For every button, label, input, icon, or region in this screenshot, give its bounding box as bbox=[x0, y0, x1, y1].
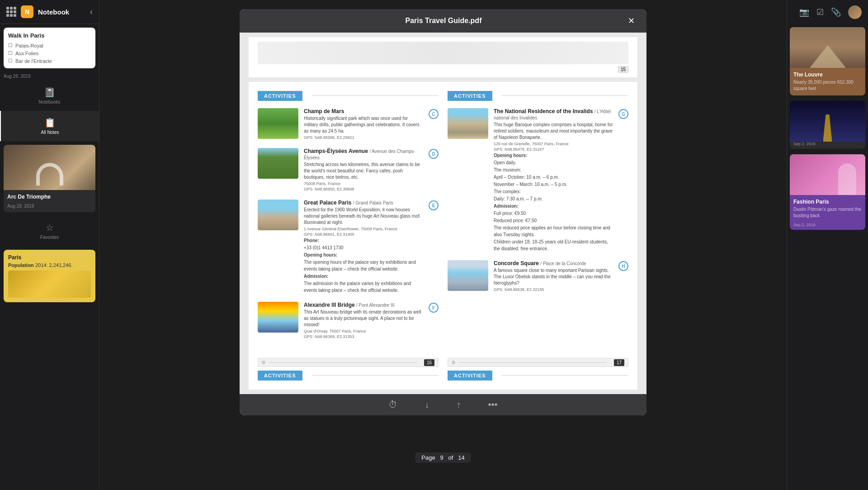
download-button[interactable]: ↓ bbox=[425, 400, 429, 410]
population-num: 2,241,246. bbox=[49, 262, 72, 268]
louvre-card-body: The Louvre Nearly 35,000 pieces 652,300 … bbox=[790, 68, 865, 95]
louvre-image bbox=[790, 27, 865, 68]
grand-palais-marker: E bbox=[429, 200, 439, 210]
champs-elysees-name: Champs-Élysées Avenue / Avenue des Champ… bbox=[304, 148, 423, 161]
grand-palais-opening-label: Opening hours: bbox=[304, 252, 423, 258]
page-footer-bar-right: 17 bbox=[448, 358, 628, 367]
invalides-museum-hours1: April – October: 10 a.m. – 6 p.m. bbox=[494, 174, 613, 181]
grand-palais-img-placeholder bbox=[258, 200, 298, 230]
activity-invalides: The National Residence of the Invalids /… bbox=[448, 108, 628, 252]
invalides-address: 129 rue de Grenelle, 75007 Paris, France bbox=[494, 142, 613, 146]
fashion-paris-title: Fashion Paris bbox=[793, 199, 862, 205]
share-button[interactable]: ↑ bbox=[456, 400, 461, 410]
sidebar-nav-favorites[interactable]: ☆ Favorites bbox=[0, 216, 99, 246]
walk-paris-checklist: Palais-Royal Aux Folies Bar de l'Entract… bbox=[8, 43, 91, 64]
clock-button[interactable]: ⏱ bbox=[388, 400, 397, 410]
louvre-card[interactable]: The Louvre Nearly 35,000 pieces 652,300 … bbox=[790, 27, 865, 95]
pdf-close-button[interactable]: ✕ bbox=[625, 14, 637, 27]
sidebar-nav-notebooks[interactable]: 📓 Notebooks bbox=[0, 81, 99, 111]
activity-champ-de-mars: Champ de Mars Historically significant p… bbox=[258, 108, 439, 140]
activities-divider-left bbox=[311, 95, 439, 96]
fashion-paris-card-body: Fashion Paris Dustin Pittman's gaze roam… bbox=[790, 195, 865, 223]
alexandre-bridge-details: Alexandre III Bridge / Pont Alexandre II… bbox=[304, 302, 423, 339]
activity-concorde: Concorde Square / Place de la Concorde A… bbox=[448, 260, 628, 292]
sidebar-nav-all-notes[interactable]: 📋 All Notes bbox=[0, 111, 99, 141]
pdf-modal-overlay: Paris Travel Guide.pdf ✕ 15 ACTIVITIES bbox=[99, 0, 787, 490]
pdf-page-footers: 16 17 bbox=[258, 354, 628, 367]
paris-card-title: Paris bbox=[8, 254, 91, 261]
activities-badge-right: ACTIVITIES bbox=[448, 91, 492, 101]
arc-triomphe-date: Aug 28, 2019 bbox=[4, 204, 95, 212]
activity-grand-palais: Great Palace Paris / Grand Palais Paris … bbox=[258, 200, 439, 294]
activities-badge-left: ACTIVITIES bbox=[258, 91, 302, 101]
user-avatar[interactable] bbox=[848, 5, 862, 19]
sidebar-header: N Notebook ‹ bbox=[0, 0, 99, 24]
champs-elysees-gps: GPS: N48.86950, E2.30848 bbox=[304, 187, 423, 191]
paperclip-icon[interactable]: 📎 bbox=[831, 7, 841, 17]
population-year: 2014: bbox=[35, 262, 48, 268]
notebooks-label: Notebooks bbox=[39, 100, 61, 105]
sidebar-nav-favorites-container: ☆ Favorites bbox=[0, 216, 99, 246]
champs-elysees-desc: Stretching across two kilometres, this a… bbox=[304, 162, 423, 181]
walk-paris-card[interactable]: Walk In Paris Palais-Royal Aux Folies Ba… bbox=[4, 28, 95, 68]
alexandre-bridge-gps: GPS: N48.86369, E2.31353 bbox=[304, 334, 423, 339]
more-button[interactable]: ••• bbox=[488, 400, 497, 410]
checklist-item-2: Aux Folies bbox=[8, 50, 91, 56]
footer-dot-left bbox=[262, 361, 265, 364]
louvre-title: The Louvre bbox=[793, 71, 862, 78]
activities-badge-bottom-left: ACTIVITIES bbox=[258, 371, 302, 381]
grand-palais-address: 1 Avenue Général Eisenhower, 75008 Paris… bbox=[304, 227, 423, 231]
fashion-paris-date: Sep 2, 2019 bbox=[790, 223, 865, 230]
page-num-17: 17 bbox=[614, 359, 624, 366]
alexandre-bridge-desc: This Art Nouveau bridge with its ornate … bbox=[304, 309, 423, 328]
population-label: Population bbox=[8, 262, 34, 268]
activity-champs-elysees: Champs-Élysées Avenue / Avenue des Champ… bbox=[258, 148, 439, 191]
grand-palais-admission-label: Admission: bbox=[304, 273, 423, 280]
activities-header-row: ACTIVITIES ACTIVITIES bbox=[258, 91, 628, 101]
fashion-paris-card[interactable]: Fashion Paris Dustin Pittman's gaze roam… bbox=[790, 154, 865, 230]
favorites-label: Favorites bbox=[40, 235, 59, 240]
pdf-modal-title: Paris Travel Guide.pdf bbox=[262, 17, 625, 25]
arc-triomphe-title: Arc De Triomphe bbox=[4, 190, 95, 204]
night-paris-card[interactable]: Sep 2, 2019 bbox=[790, 101, 865, 149]
sidebar-app-title: Notebook bbox=[38, 8, 85, 16]
footer-line-right bbox=[459, 362, 607, 363]
champ-de-mars-gps: GPS: N48.85588, E2.29821 bbox=[304, 135, 423, 140]
champs-elysees-details: Champs-Élysées Avenue / Avenue des Champ… bbox=[304, 148, 423, 191]
notebooks-icon: 📓 bbox=[44, 87, 55, 98]
back-button[interactable]: ‹ bbox=[90, 7, 93, 17]
fashion-figure-shape bbox=[838, 163, 856, 195]
checklist-item-1: Palais-Royal bbox=[8, 43, 91, 48]
footer-line-left bbox=[269, 362, 417, 363]
pdf-content[interactable]: 15 ACTIVITIES ACTIVITIES bbox=[240, 33, 646, 394]
grand-palais-details: Great Palace Paris / Grand Palais Paris … bbox=[304, 200, 423, 294]
paris-population-card[interactable]: Paris Population 2014: 2,241,246. bbox=[4, 250, 95, 302]
all-notes-icon: 📋 bbox=[44, 117, 56, 128]
alexandre-bridge-marker: F bbox=[429, 303, 439, 313]
walk-paris-title: Walk In Paris bbox=[8, 32, 91, 39]
pdf-modal: Paris Travel Guide.pdf ✕ 15 ACTIVITIES bbox=[240, 9, 646, 415]
invalides-desc: This huge Baroque complex comprises a ho… bbox=[494, 122, 613, 141]
check-icon[interactable]: ☑ bbox=[816, 7, 824, 17]
concorde-image bbox=[448, 260, 488, 291]
grand-palais-phone-label: Phone: bbox=[304, 237, 423, 244]
invalides-children-note: Children under 18, 18-25 years old EU-re… bbox=[494, 238, 613, 252]
invalides-museum-hours2: November – March: 10 a.m. – 5 p.m. bbox=[494, 181, 613, 188]
activities-divider-right bbox=[501, 95, 628, 96]
activities-divider-bottom-left bbox=[311, 375, 439, 376]
alexandre-bridge-address: Quai d'Orsay, 75007 Paris, France bbox=[304, 329, 423, 333]
champ-de-mars-name: Champ de Mars bbox=[304, 108, 423, 114]
footer-dot-right bbox=[452, 361, 455, 364]
notebook-app-icon: N bbox=[21, 5, 33, 18]
camera-icon[interactable]: 📷 bbox=[799, 7, 809, 17]
champs-elysees-marker: D bbox=[429, 149, 439, 159]
right-sidebar: 📷 ☑ 📎 The Louvre Nearly 35,000 pieces 65… bbox=[787, 0, 868, 490]
champ-de-mars-image bbox=[258, 108, 298, 139]
invalides-reduced-price: Reduced price: €7.50 bbox=[494, 217, 613, 224]
alexandre-bridge-img-placeholder bbox=[258, 302, 298, 333]
arc-triomphe-card[interactable]: Arc De Triomphe Aug 28, 2019 bbox=[4, 145, 95, 212]
grid-icon[interactable] bbox=[6, 7, 16, 17]
pdf-left-column: Champ de Mars Historically significant p… bbox=[258, 108, 439, 347]
grand-palais-desc: Erected for the 1900 World Exposition, i… bbox=[304, 207, 423, 226]
grand-palais-admission: The admission to the palace varies by ex… bbox=[304, 280, 423, 294]
